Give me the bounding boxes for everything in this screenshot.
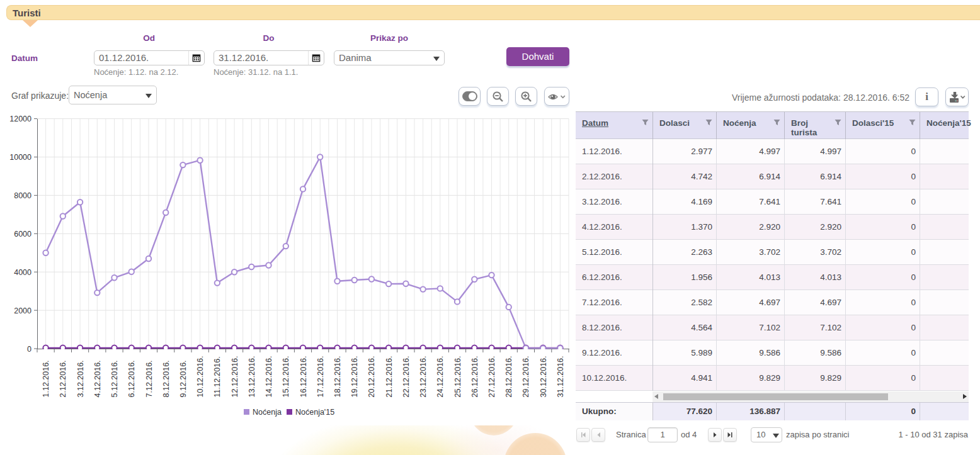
- svg-text:Noćenja: Noćenja: [253, 408, 282, 417]
- svg-text:10.12.2016.: 10.12.2016.: [196, 356, 205, 397]
- svg-text:15.12.2016.: 15.12.2016.: [282, 356, 290, 397]
- svg-text:7.12.2016.: 7.12.2016.: [145, 360, 154, 397]
- svg-text:8.12.2016.: 8.12.2016.: [162, 360, 171, 397]
- svg-text:31.12.2016.: 31.12.2016.: [556, 356, 565, 397]
- svg-text:12.12.2016.: 12.12.2016.: [231, 356, 239, 397]
- svg-text:6.12.2016.: 6.12.2016.: [127, 360, 136, 397]
- svg-text:9.12.2016.: 9.12.2016.: [179, 360, 188, 397]
- svg-text:18.12.2016.: 18.12.2016.: [333, 356, 342, 397]
- svg-text:3.12.2016.: 3.12.2016.: [76, 360, 85, 397]
- svg-text:23.12.2016.: 23.12.2016.: [419, 356, 428, 397]
- svg-text:28.12.2016.: 28.12.2016.: [504, 356, 513, 397]
- svg-text:25.12.2016.: 25.12.2016.: [453, 356, 462, 397]
- svg-text:5.12.2016.: 5.12.2016.: [110, 360, 119, 397]
- svg-text:19.12.2016.: 19.12.2016.: [350, 356, 359, 397]
- svg-text:29.12.2016.: 29.12.2016.: [521, 356, 530, 397]
- svg-text:Noćenja'15: Noćenja'15: [295, 408, 334, 417]
- svg-text:1.12.2016.: 1.12.2016.: [42, 360, 50, 397]
- svg-text:14.12.2016.: 14.12.2016.: [265, 356, 273, 397]
- svg-text:8000: 8000: [14, 191, 31, 200]
- svg-text:13.12.2016.: 13.12.2016.: [248, 356, 256, 397]
- svg-text:27.12.2016.: 27.12.2016.: [487, 356, 496, 397]
- svg-text:30.12.2016.: 30.12.2016.: [539, 356, 548, 397]
- svg-text:4.12.2016.: 4.12.2016.: [93, 360, 102, 397]
- svg-text:22.12.2016.: 22.12.2016.: [402, 356, 411, 397]
- svg-text:12000: 12000: [9, 115, 31, 123]
- svg-text:6000: 6000: [14, 230, 31, 239]
- svg-text:24.12.2016.: 24.12.2016.: [436, 356, 445, 397]
- svg-text:11.12.2016.: 11.12.2016.: [213, 356, 222, 397]
- svg-text:21.12.2016.: 21.12.2016.: [385, 356, 394, 397]
- svg-text:2.12.2016.: 2.12.2016.: [59, 360, 67, 397]
- svg-text:4000: 4000: [14, 268, 31, 277]
- svg-text:17.12.2016.: 17.12.2016.: [316, 356, 325, 397]
- svg-text:10000: 10000: [9, 153, 31, 162]
- svg-text:26.12.2016.: 26.12.2016.: [470, 356, 479, 397]
- svg-text:2000: 2000: [14, 306, 31, 315]
- svg-text:20.12.2016.: 20.12.2016.: [367, 356, 376, 397]
- svg-text:0: 0: [27, 345, 31, 354]
- svg-text:16.12.2016.: 16.12.2016.: [299, 356, 308, 397]
